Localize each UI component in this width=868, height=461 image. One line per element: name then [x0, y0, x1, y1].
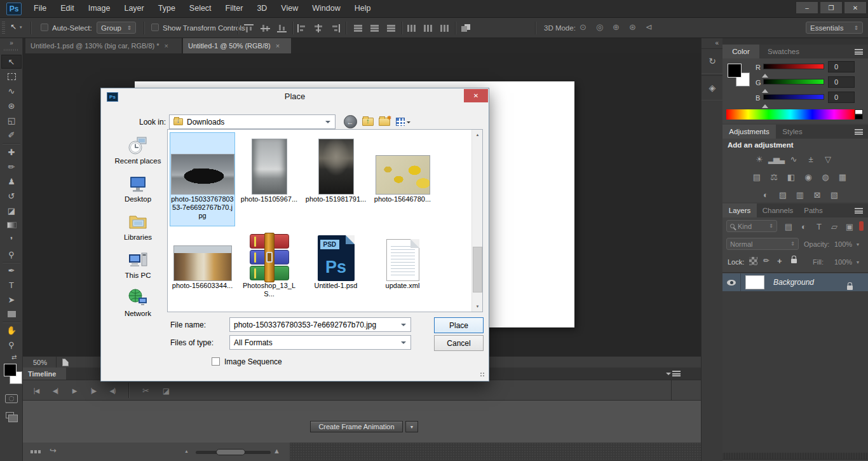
- layers-scroll-track[interactable]: [722, 453, 868, 459]
- path-selection-tool[interactable]: ➤: [1, 292, 22, 306]
- foreground-color-swatch[interactable]: [4, 364, 17, 376]
- posterize-icon[interactable]: ▨: [774, 188, 790, 201]
- foreground-color-swatch[interactable]: [728, 64, 742, 78]
- dialog-title-bar[interactable]: Ps Place ✕: [101, 88, 489, 106]
- tab-swatches[interactable]: Swatches: [759, 45, 808, 58]
- 3d-pan-icon[interactable]: ⊕: [613, 22, 620, 32]
- 3d-orbit-icon[interactable]: ⊙: [580, 22, 587, 32]
- back-button[interactable]: ←: [342, 114, 358, 129]
- curves-icon[interactable]: ∿: [785, 153, 801, 165]
- quick-mask-mode-icon[interactable]: [5, 394, 18, 403]
- blend-mode-dropdown[interactable]: Normal ⇕: [726, 238, 799, 250]
- file-item[interactable]: PSD Ps Untitled-1.psd: [303, 230, 369, 301]
- file-name-input[interactable]: photo-1503376780353-7e6692767b70.jpg: [229, 317, 411, 332]
- workspace-switcher[interactable]: Essentials ⇕: [806, 22, 863, 34]
- blue-slider[interactable]: [763, 94, 824, 100]
- crop-tool[interactable]: ◱: [1, 113, 22, 127]
- menu-type[interactable]: Type: [151, 0, 182, 17]
- scrollbar-thumb[interactable]: [473, 247, 482, 292]
- tab-styles[interactable]: Styles: [776, 125, 809, 139]
- next-frame-button[interactable]: |▶: [85, 385, 102, 396]
- tab-layers[interactable]: Layers: [722, 203, 757, 217]
- green-slider-thumb[interactable]: [762, 86, 768, 93]
- brush-tool[interactable]: ✏: [1, 160, 22, 174]
- swap-colors-icon[interactable]: ⇄: [11, 354, 17, 361]
- file-list-scrollbar[interactable]: ▲ ▼: [471, 130, 482, 312]
- filtering-toggle[interactable]: [859, 221, 864, 231]
- adjustments-panel-menu-icon[interactable]: [855, 129, 863, 135]
- timeline-scroll-track[interactable]: [290, 443, 701, 461]
- history-brush-tool[interactable]: ↺: [1, 189, 22, 203]
- layer-filter-kind-dropdown[interactable]: Kind ⇕: [726, 220, 777, 232]
- flip-arrow-icon[interactable]: ↪: [50, 446, 57, 455]
- tab-close-icon[interactable]: ×: [276, 42, 280, 50]
- place-recent-places[interactable]: Recent places: [110, 134, 166, 170]
- distribute-bottom-edges-icon[interactable]: [386, 24, 396, 32]
- menu-layer[interactable]: Layer: [117, 0, 151, 17]
- tool-preset-arrow-icon[interactable]: ▾: [20, 25, 22, 30]
- green-slider[interactable]: [763, 79, 824, 85]
- timeline-zoom-slider-thumb[interactable]: [216, 449, 245, 455]
- auto-align-layers-icon[interactable]: [461, 24, 471, 32]
- align-horizontal-centers-icon[interactable]: [314, 24, 323, 32]
- place-this-pc[interactable]: This PC: [110, 249, 166, 284]
- pen-tool[interactable]: ✒: [1, 263, 22, 277]
- place-desktop[interactable]: Desktop: [110, 172, 166, 208]
- selective-color-icon[interactable]: ▧: [825, 188, 842, 201]
- hand-tool[interactable]: ✋: [1, 323, 22, 337]
- dialog-close-button[interactable]: ✕: [464, 89, 488, 102]
- cancel-button[interactable]: Cancel: [434, 335, 484, 351]
- distribute-right-edges-icon[interactable]: [440, 24, 449, 32]
- gradient-map-icon[interactable]: ⊠: [808, 188, 825, 201]
- tab-untitled1-active[interactable]: Untitled-1 @ 50% (RGB/8) ×: [183, 38, 291, 53]
- color-lookup-icon[interactable]: ▦: [834, 170, 850, 183]
- tab-color[interactable]: Color: [722, 45, 759, 58]
- red-value-field[interactable]: 0: [828, 61, 855, 72]
- distribute-top-edges-icon[interactable]: [353, 24, 363, 32]
- collapse-tools-icon[interactable]: »: [0, 39, 23, 46]
- eyedropper-tool[interactable]: ✐: [1, 128, 22, 142]
- channel-mixer-icon[interactable]: ◍: [817, 170, 833, 183]
- lock-all-icon[interactable]: [791, 259, 797, 263]
- history-panel-button[interactable]: ↻: [702, 48, 723, 74]
- invert-icon[interactable]: ◐: [757, 188, 773, 201]
- levels-icon[interactable]: ▂▅▃: [768, 153, 784, 165]
- fill-value[interactable]: 100%: [834, 258, 852, 266]
- file-item[interactable]: photo-156603344...: [170, 230, 235, 301]
- view-menu-button[interactable]: [393, 114, 412, 129]
- zoom-in-frames-icon[interactable]: ▲: [273, 447, 280, 455]
- zoom-level-value[interactable]: 50%: [33, 359, 47, 366]
- layer-visibility-eye-icon[interactable]: [727, 280, 736, 286]
- dialog-resize-grip[interactable]: [480, 372, 485, 378]
- image-sequence-checkbox[interactable]: [212, 357, 220, 366]
- distribute-horizontal-centers-icon[interactable]: [423, 24, 433, 32]
- scroll-up-icon[interactable]: ▲: [472, 130, 483, 140]
- animation-type-dropdown[interactable]: ▼: [405, 421, 418, 432]
- eraser-tool[interactable]: ◪: [1, 203, 22, 217]
- distribute-vertical-centers-icon[interactable]: [370, 24, 379, 32]
- photo-filter-icon[interactable]: ◉: [799, 170, 816, 183]
- up-one-level-button[interactable]: ↑: [360, 114, 376, 129]
- menu-filter[interactable]: Filter: [219, 0, 250, 17]
- zoom-out-frames-icon[interactable]: ▲: [184, 449, 189, 453]
- screen-mode-icon[interactable]: [6, 412, 14, 418]
- 3d-panel-button[interactable]: ◈: [702, 75, 723, 100]
- blue-value-field[interactable]: 0: [828, 92, 855, 103]
- auto-select-checkbox[interactable]: [41, 24, 48, 31]
- distribute-left-edges-icon[interactable]: [407, 24, 416, 32]
- tab-adjustments[interactable]: Adjustments: [722, 125, 776, 139]
- look-in-dropdown[interactable]: ↓ Downloads: [169, 114, 336, 129]
- rectangle-tool[interactable]: [1, 307, 22, 321]
- filter-smart-objects-icon[interactable]: ▣: [842, 220, 856, 233]
- scroll-down-icon[interactable]: ▼: [472, 301, 483, 312]
- zoom-tool[interactable]: ⚲: [1, 338, 22, 352]
- new-folder-button[interactable]: ✱: [377, 114, 392, 129]
- hue-saturation-icon[interactable]: ▤: [748, 170, 764, 183]
- opacity-dropdown-icon[interactable]: ▼: [853, 239, 862, 249]
- threshold-icon[interactable]: ▥: [791, 188, 808, 201]
- create-frame-animation-button[interactable]: Create Frame Animation: [310, 421, 403, 432]
- tab-close-icon[interactable]: ×: [165, 42, 168, 50]
- close-button[interactable]: ✕: [844, 1, 867, 14]
- align-vertical-centers-icon[interactable]: [261, 24, 270, 32]
- tab-paths[interactable]: Paths: [799, 203, 828, 217]
